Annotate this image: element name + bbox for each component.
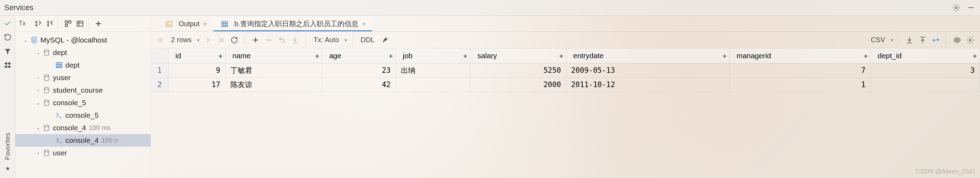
ddl-button[interactable]: DDL	[358, 36, 377, 44]
sort-icon[interactable]: ◆	[864, 53, 868, 59]
cell-managerid[interactable]: 7	[729, 63, 870, 77]
column-header-job[interactable]: job◆	[396, 48, 470, 63]
tree-twisty[interactable]: ›	[35, 87, 42, 93]
cell-entrydate[interactable]: 2011-10-12	[566, 77, 729, 91]
hide-icon[interactable]	[966, 3, 976, 13]
cell-salary[interactable]: 5250	[470, 63, 566, 77]
column-header-id[interactable]: id◆	[168, 48, 225, 63]
export-format[interactable]: CSV	[869, 36, 887, 44]
cell-job[interactable]	[396, 77, 470, 91]
cell-name[interactable]: 丁敏君	[225, 63, 322, 77]
gear-icon[interactable]	[951, 3, 961, 13]
cell-id[interactable]: 9	[168, 63, 225, 77]
tree-node[interactable]: console_5	[15, 109, 151, 122]
schema-icon	[42, 99, 51, 107]
svg-rect-1	[5, 63, 7, 65]
collapse-all-icon[interactable]	[45, 18, 55, 29]
tree-node[interactable]: ›yuser	[15, 71, 151, 84]
compare-icon[interactable]	[931, 35, 941, 45]
star-icon[interactable]: ★	[5, 165, 10, 172]
tree-node[interactable]: ⌄console_5	[15, 96, 151, 109]
tree-node[interactable]: console_4100 n	[15, 134, 151, 147]
cell-managerid[interactable]: 1	[729, 77, 870, 91]
eye-icon[interactable]	[952, 35, 962, 45]
add-row-icon[interactable]	[251, 35, 260, 45]
services-topbar: Services	[0, 0, 980, 16]
chevron-down-icon[interactable]: ▾	[891, 37, 893, 43]
cell-id[interactable]: 17	[168, 77, 225, 91]
chevron-down-icon[interactable]: ▾	[197, 37, 200, 43]
column-header-entrydate[interactable]: entrydate◆	[566, 48, 729, 63]
close-icon[interactable]: ✕	[203, 21, 207, 27]
sort-icon[interactable]: ◆	[973, 53, 977, 59]
db-tree[interactable]: ⌄MySQL - @localhost⌄deptdept›yuser›stude…	[15, 32, 151, 178]
result-table-wrap[interactable]: id◆name◆age◆job◆salary◆entrydate◆manager…	[151, 48, 980, 178]
refresh-icon[interactable]	[3, 32, 13, 42]
sort-icon[interactable]: ◆	[389, 53, 393, 59]
favorites-label[interactable]: Favorites	[4, 125, 11, 167]
reload-icon[interactable]	[229, 35, 239, 45]
grid-icon[interactable]	[63, 18, 73, 29]
cell-job[interactable]: 出纳	[396, 63, 470, 77]
result-tab[interactable]: b.查询指定入职日期之后入职员工的信息✕	[213, 18, 372, 31]
column-header-salary[interactable]: salary◆	[470, 48, 566, 63]
tree-node[interactable]: ⌄dept	[15, 47, 151, 59]
tree-twisty[interactable]: ⌄	[35, 50, 42, 55]
tree-twisty[interactable]: ⌄	[22, 37, 29, 43]
tree-twisty[interactable]: ⌄	[35, 100, 42, 106]
check-icon[interactable]	[3, 18, 13, 28]
download-icon[interactable]	[905, 35, 914, 45]
column-name: id	[175, 51, 181, 59]
chevron-down-icon[interactable]: ▾	[345, 37, 347, 43]
cell-age[interactable]: 42	[322, 77, 396, 91]
column-name: job	[403, 51, 413, 59]
upload-icon[interactable]	[918, 35, 928, 45]
settings-icon[interactable]	[966, 35, 975, 45]
svg-rect-6	[69, 21, 71, 22]
table-row[interactable]: 19丁敏君23出纳52502009-05-1373	[151, 63, 980, 77]
tree-label: console_5	[65, 111, 99, 119]
column-header-dept_id[interactable]: dept_id◆	[870, 48, 980, 63]
row-count: 2 rows	[169, 36, 194, 44]
column-header-managerid[interactable]: managerid◆	[729, 48, 870, 63]
cell-entrydate[interactable]: 2009-05-13	[566, 63, 729, 77]
left-rail: Favorites ★	[0, 16, 15, 178]
expand-all-icon[interactable]	[33, 18, 43, 29]
column-header-age[interactable]: age◆	[322, 48, 396, 63]
add-icon[interactable]	[93, 18, 103, 29]
tree-twisty[interactable]: ›	[35, 75, 42, 80]
sort-icon[interactable]: ◆	[559, 53, 563, 59]
sort-icon[interactable]: ◆	[463, 53, 467, 59]
revert-icon	[277, 35, 287, 45]
nav-first-icon	[156, 35, 165, 45]
tree-twisty[interactable]: ⌄	[35, 125, 42, 131]
layout-icon[interactable]	[3, 60, 13, 70]
close-icon[interactable]: ✕	[362, 21, 366, 27]
sort-icon[interactable]: ◆	[723, 53, 727, 59]
table-row[interactable]: 217陈友谅4220002011-10-121	[151, 77, 980, 91]
tree-label: console_5	[53, 99, 86, 107]
tx-mode[interactable]: Tx: Auto	[312, 36, 341, 44]
tree-node[interactable]: ›user	[15, 147, 151, 159]
sort-icon[interactable]: ◆	[219, 53, 223, 59]
column-header-name[interactable]: name◆	[225, 48, 322, 63]
cell-age[interactable]: 23	[322, 63, 396, 77]
tree-node[interactable]: dept	[15, 59, 151, 71]
pin-icon[interactable]	[380, 35, 390, 45]
content-area: Output✕b.查询指定入职日期之后入职员工的信息✕ 2 rows ▾ Tx:…	[151, 16, 980, 178]
tree-node[interactable]: ⌄console_4100 ms	[15, 122, 151, 134]
cell-name[interactable]: 陈友谅	[225, 77, 322, 91]
table-view-icon[interactable]	[75, 18, 85, 29]
tree-node[interactable]: ›student_course	[15, 84, 151, 96]
cell-salary[interactable]: 2000	[470, 77, 566, 91]
svg-rect-5	[65, 21, 67, 22]
tree-twisty[interactable]: ›	[35, 150, 42, 156]
cell-dept_id[interactable]: 3	[870, 63, 980, 77]
tree-node[interactable]: ⌄MySQL - @localhost	[15, 34, 151, 47]
filter-icon[interactable]	[3, 47, 13, 56]
cell-dept_id[interactable]	[870, 77, 980, 91]
result-tab[interactable]: Output✕	[158, 18, 213, 31]
watermark: CSDN @Aileen_OvO	[916, 168, 975, 175]
sort-icon[interactable]: ◆	[315, 53, 319, 59]
result-table: id◆name◆age◆job◆salary◆entrydate◆manager…	[151, 48, 980, 92]
